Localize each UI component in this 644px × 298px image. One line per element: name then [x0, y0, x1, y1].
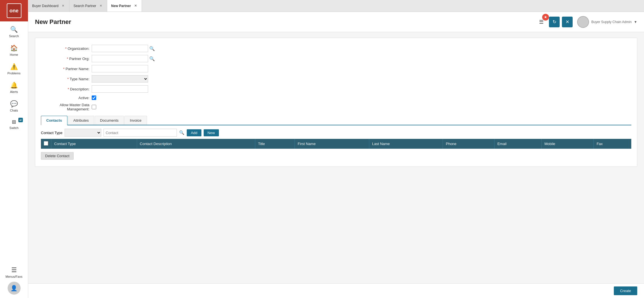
- sidebar-item-home[interactable]: 🏠 Home: [0, 41, 28, 60]
- description-row: * Description:: [41, 85, 631, 93]
- close-tab-buyer-dashboard[interactable]: ✕: [61, 4, 65, 8]
- tab-attributes[interactable]: Attributes: [68, 116, 94, 125]
- sidebar-item-alerts[interactable]: 🔔 Alerts: [0, 78, 28, 97]
- partner-org-label: * Partner Org:: [41, 57, 92, 61]
- table-header-row: Contact Type Contact Description Title F…: [41, 139, 631, 149]
- contact-search-icon[interactable]: 🔍: [179, 130, 184, 135]
- organization-input[interactable]: [92, 45, 148, 52]
- active-label: Active:: [41, 96, 92, 100]
- partner-org-row: * Partner Org: 🔍: [41, 55, 631, 62]
- tab-new-partner[interactable]: New Partner ✕: [107, 0, 142, 12]
- partner-org-input[interactable]: [92, 55, 148, 62]
- user-avatar[interactable]: 👤: [8, 282, 21, 295]
- form-card: * Organization: 🔍 * Partner Org: 🔍 * Par…: [35, 38, 637, 167]
- form-area: * Organization: 🔍 * Partner Org: 🔍 * Par…: [28, 32, 644, 283]
- close-tab-search-partner[interactable]: ✕: [98, 4, 103, 8]
- organization-label: * Organization:: [41, 46, 92, 51]
- col-fax: Fax: [594, 139, 631, 149]
- col-checkbox: [41, 139, 51, 149]
- page-header: New Partner ☰ ★ ↻ ✕ Buyer Supply Chain A…: [28, 12, 644, 32]
- page-title: New Partner: [35, 18, 536, 26]
- partner-name-row: * Partner Name:: [41, 65, 631, 72]
- active-checkbox[interactable]: [92, 95, 96, 100]
- logo-area: one: [0, 0, 28, 21]
- menus-icon: ☰: [11, 266, 17, 274]
- sidebar-item-problems[interactable]: ⚠️ Problems: [0, 60, 28, 78]
- header-user-name: Buyer Supply Chain Admin: [591, 20, 632, 24]
- contacts-table: Contact Type Contact Description Title F…: [41, 139, 631, 149]
- sidebar-bottom: ☰ Menus/Favs 👤: [0, 260, 28, 298]
- type-name-label: * Type Name:: [41, 77, 92, 81]
- contact-search-input[interactable]: [104, 129, 177, 137]
- close-button[interactable]: ✕: [562, 17, 573, 27]
- description-input[interactable]: [92, 85, 148, 93]
- sidebar-item-menus[interactable]: ☰ Menus/Favs: [1, 263, 27, 282]
- star-badge-container: ☰ ★: [536, 17, 547, 27]
- active-row: Active:: [41, 95, 631, 100]
- contact-type-select[interactable]: [65, 129, 101, 137]
- tab-search-partner[interactable]: Search Partner ✕: [69, 0, 107, 12]
- new-contact-button[interactable]: New: [204, 129, 219, 136]
- main-content: Buyer Dashboard ✕ Search Partner ✕ New P…: [28, 0, 644, 298]
- type-name-row: * Type Name:: [41, 75, 631, 83]
- user-dropdown-arrow[interactable]: ▼: [634, 20, 637, 24]
- allow-master-label: Allow Master Data Management:: [41, 103, 92, 111]
- contact-search-bar: Contact Type 🔍 Add New: [41, 125, 631, 139]
- delete-contact-button[interactable]: Delete Contact: [41, 152, 74, 160]
- header-user-avatar: [577, 16, 589, 28]
- header-right: Buyer Supply Chain Admin ▼: [577, 16, 637, 28]
- type-name-select[interactable]: [92, 75, 148, 83]
- partner-name-label: * Partner Name:: [41, 67, 92, 71]
- switch-icon: ⊞: [12, 119, 16, 125]
- switch-badge: ⇄: [18, 118, 23, 122]
- sidebar-item-switch[interactable]: ⊞ ⇄ Switch: [0, 115, 28, 133]
- select-all-checkbox[interactable]: [44, 141, 48, 146]
- col-title: Title: [255, 139, 295, 149]
- tabs-bar: Buyer Dashboard ✕ Search Partner ✕ New P…: [28, 0, 644, 12]
- col-email: Email: [494, 139, 542, 149]
- add-contact-button[interactable]: Add: [187, 129, 201, 136]
- bottom-bar: Create: [28, 283, 644, 298]
- sidebar-item-chats[interactable]: 💬 Chats: [0, 97, 28, 115]
- partner-name-input[interactable]: [92, 65, 148, 72]
- create-button[interactable]: Create: [614, 286, 637, 295]
- content-tabs: Contacts Attributes Documents Invoice: [41, 116, 631, 125]
- col-contact-type: Contact Type: [51, 139, 137, 149]
- col-contact-description: Contact Description: [137, 139, 255, 149]
- alerts-icon: 🔔: [10, 82, 18, 89]
- chats-icon: 💬: [10, 100, 18, 108]
- organization-search-icon[interactable]: 🔍: [149, 46, 155, 51]
- refresh-button[interactable]: ↻: [549, 17, 560, 27]
- problems-icon: ⚠️: [10, 63, 18, 70]
- col-phone: Phone: [443, 139, 494, 149]
- tab-documents[interactable]: Documents: [95, 116, 124, 125]
- col-first-name: First Name: [295, 139, 369, 149]
- col-mobile: Mobile: [542, 139, 594, 149]
- partner-org-search-icon[interactable]: 🔍: [149, 56, 155, 61]
- search-icon: 🔍: [10, 26, 18, 33]
- tab-invoice[interactable]: Invoice: [124, 116, 147, 125]
- contact-type-filter-label: Contact Type: [41, 131, 62, 135]
- allow-master-row: Allow Master Data Management:: [41, 103, 631, 111]
- organization-row: * Organization: 🔍: [41, 45, 631, 52]
- close-tab-new-partner[interactable]: ✕: [133, 4, 138, 8]
- header-actions: ☰ ★ ↻ ✕: [536, 17, 573, 27]
- home-icon: 🏠: [10, 45, 18, 52]
- allow-master-checkbox[interactable]: [92, 105, 96, 109]
- tab-buyer-dashboard[interactable]: Buyer Dashboard ✕: [28, 0, 69, 12]
- sidebar-item-search[interactable]: 🔍 Search: [0, 23, 28, 41]
- star-icon: ★: [542, 14, 549, 21]
- tab-contacts[interactable]: Contacts: [41, 116, 67, 125]
- app-logo: one: [7, 3, 21, 18]
- sidebar: one 🔍 Search 🏠 Home ⚠️ Problems 🔔 Alerts…: [0, 0, 28, 298]
- description-label: * Description:: [41, 87, 92, 91]
- col-last-name: Last Name: [369, 139, 443, 149]
